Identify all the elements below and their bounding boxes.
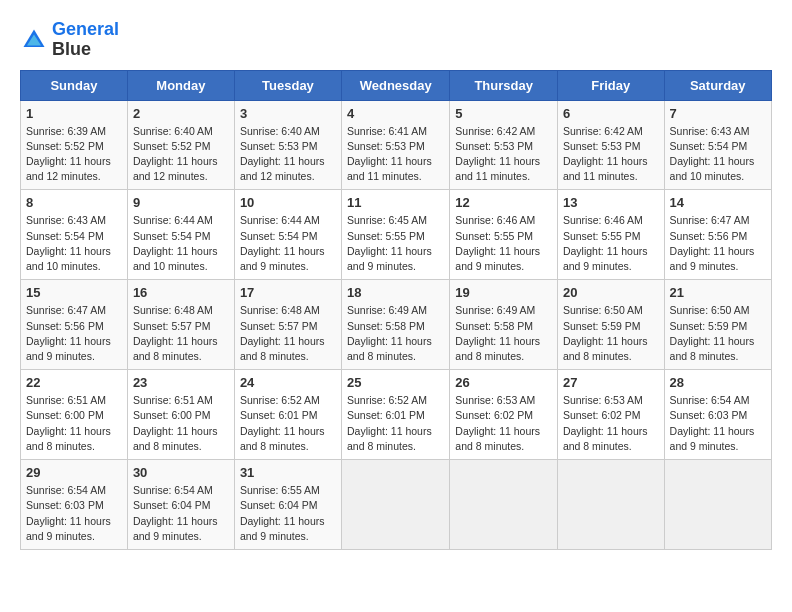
- day-header-friday: Friday: [557, 70, 664, 100]
- day-detail-text: Sunrise: 6:50 AM Sunset: 5:59 PM Dayligh…: [563, 303, 659, 364]
- day-number: 10: [240, 195, 336, 210]
- day-detail-text: Sunrise: 6:53 AM Sunset: 6:02 PM Dayligh…: [563, 393, 659, 454]
- day-number: 29: [26, 465, 122, 480]
- calendar-week-row: 8Sunrise: 6:43 AM Sunset: 5:54 PM Daylig…: [21, 190, 772, 280]
- day-detail-text: Sunrise: 6:53 AM Sunset: 6:02 PM Dayligh…: [455, 393, 552, 454]
- day-number: 25: [347, 375, 444, 390]
- day-header-tuesday: Tuesday: [234, 70, 341, 100]
- calendar-cell: 11Sunrise: 6:45 AM Sunset: 5:55 PM Dayli…: [342, 190, 450, 280]
- day-detail-text: Sunrise: 6:54 AM Sunset: 6:03 PM Dayligh…: [670, 393, 766, 454]
- day-number: 1: [26, 106, 122, 121]
- day-number: 11: [347, 195, 444, 210]
- calendar-cell: 7Sunrise: 6:43 AM Sunset: 5:54 PM Daylig…: [664, 100, 771, 190]
- calendar-cell: 9Sunrise: 6:44 AM Sunset: 5:54 PM Daylig…: [127, 190, 234, 280]
- calendar-cell: 15Sunrise: 6:47 AM Sunset: 5:56 PM Dayli…: [21, 280, 128, 370]
- calendar-cell: 29Sunrise: 6:54 AM Sunset: 6:03 PM Dayli…: [21, 460, 128, 550]
- calendar-cell: 20Sunrise: 6:50 AM Sunset: 5:59 PM Dayli…: [557, 280, 664, 370]
- day-number: 5: [455, 106, 552, 121]
- day-detail-text: Sunrise: 6:52 AM Sunset: 6:01 PM Dayligh…: [347, 393, 444, 454]
- day-detail-text: Sunrise: 6:42 AM Sunset: 5:53 PM Dayligh…: [563, 124, 659, 185]
- day-number: 13: [563, 195, 659, 210]
- calendar-week-row: 22Sunrise: 6:51 AM Sunset: 6:00 PM Dayli…: [21, 370, 772, 460]
- calendar-cell: [450, 460, 558, 550]
- day-number: 16: [133, 285, 229, 300]
- day-number: 4: [347, 106, 444, 121]
- day-number: 3: [240, 106, 336, 121]
- day-detail-text: Sunrise: 6:47 AM Sunset: 5:56 PM Dayligh…: [670, 213, 766, 274]
- day-detail-text: Sunrise: 6:50 AM Sunset: 5:59 PM Dayligh…: [670, 303, 766, 364]
- day-header-wednesday: Wednesday: [342, 70, 450, 100]
- day-detail-text: Sunrise: 6:54 AM Sunset: 6:03 PM Dayligh…: [26, 483, 122, 544]
- logo-icon: [20, 26, 48, 54]
- logo-text: General Blue: [52, 20, 119, 60]
- calendar-week-row: 15Sunrise: 6:47 AM Sunset: 5:56 PM Dayli…: [21, 280, 772, 370]
- day-detail-text: Sunrise: 6:49 AM Sunset: 5:58 PM Dayligh…: [347, 303, 444, 364]
- day-detail-text: Sunrise: 6:55 AM Sunset: 6:04 PM Dayligh…: [240, 483, 336, 544]
- day-header-saturday: Saturday: [664, 70, 771, 100]
- calendar-cell: 28Sunrise: 6:54 AM Sunset: 6:03 PM Dayli…: [664, 370, 771, 460]
- day-header-sunday: Sunday: [21, 70, 128, 100]
- calendar-header-row: SundayMondayTuesdayWednesdayThursdayFrid…: [21, 70, 772, 100]
- day-number: 28: [670, 375, 766, 390]
- day-number: 31: [240, 465, 336, 480]
- calendar-cell: 4Sunrise: 6:41 AM Sunset: 5:53 PM Daylig…: [342, 100, 450, 190]
- day-detail-text: Sunrise: 6:51 AM Sunset: 6:00 PM Dayligh…: [26, 393, 122, 454]
- day-number: 30: [133, 465, 229, 480]
- logo: General Blue: [20, 20, 119, 60]
- day-number: 7: [670, 106, 766, 121]
- day-number: 8: [26, 195, 122, 210]
- day-number: 26: [455, 375, 552, 390]
- day-number: 19: [455, 285, 552, 300]
- day-header-monday: Monday: [127, 70, 234, 100]
- day-detail-text: Sunrise: 6:45 AM Sunset: 5:55 PM Dayligh…: [347, 213, 444, 274]
- calendar-cell: 17Sunrise: 6:48 AM Sunset: 5:57 PM Dayli…: [234, 280, 341, 370]
- day-detail-text: Sunrise: 6:39 AM Sunset: 5:52 PM Dayligh…: [26, 124, 122, 185]
- calendar-cell: 19Sunrise: 6:49 AM Sunset: 5:58 PM Dayli…: [450, 280, 558, 370]
- calendar-cell: 23Sunrise: 6:51 AM Sunset: 6:00 PM Dayli…: [127, 370, 234, 460]
- calendar-cell: 24Sunrise: 6:52 AM Sunset: 6:01 PM Dayli…: [234, 370, 341, 460]
- day-detail-text: Sunrise: 6:42 AM Sunset: 5:53 PM Dayligh…: [455, 124, 552, 185]
- day-number: 15: [26, 285, 122, 300]
- day-number: 22: [26, 375, 122, 390]
- page-header: General Blue: [20, 20, 772, 60]
- day-number: 21: [670, 285, 766, 300]
- calendar-week-row: 1Sunrise: 6:39 AM Sunset: 5:52 PM Daylig…: [21, 100, 772, 190]
- calendar-cell: 3Sunrise: 6:40 AM Sunset: 5:53 PM Daylig…: [234, 100, 341, 190]
- day-detail-text: Sunrise: 6:43 AM Sunset: 5:54 PM Dayligh…: [670, 124, 766, 185]
- day-number: 24: [240, 375, 336, 390]
- calendar-cell: 30Sunrise: 6:54 AM Sunset: 6:04 PM Dayli…: [127, 460, 234, 550]
- calendar-cell: 8Sunrise: 6:43 AM Sunset: 5:54 PM Daylig…: [21, 190, 128, 280]
- calendar-cell: 22Sunrise: 6:51 AM Sunset: 6:00 PM Dayli…: [21, 370, 128, 460]
- day-number: 17: [240, 285, 336, 300]
- calendar-cell: 16Sunrise: 6:48 AM Sunset: 5:57 PM Dayli…: [127, 280, 234, 370]
- calendar-cell: 10Sunrise: 6:44 AM Sunset: 5:54 PM Dayli…: [234, 190, 341, 280]
- day-number: 20: [563, 285, 659, 300]
- day-number: 9: [133, 195, 229, 210]
- day-detail-text: Sunrise: 6:48 AM Sunset: 5:57 PM Dayligh…: [133, 303, 229, 364]
- calendar-cell: 26Sunrise: 6:53 AM Sunset: 6:02 PM Dayli…: [450, 370, 558, 460]
- day-detail-text: Sunrise: 6:48 AM Sunset: 5:57 PM Dayligh…: [240, 303, 336, 364]
- calendar-cell: 27Sunrise: 6:53 AM Sunset: 6:02 PM Dayli…: [557, 370, 664, 460]
- calendar-cell: [557, 460, 664, 550]
- day-detail-text: Sunrise: 6:49 AM Sunset: 5:58 PM Dayligh…: [455, 303, 552, 364]
- calendar-cell: 6Sunrise: 6:42 AM Sunset: 5:53 PM Daylig…: [557, 100, 664, 190]
- calendar-cell: 31Sunrise: 6:55 AM Sunset: 6:04 PM Dayli…: [234, 460, 341, 550]
- day-number: 18: [347, 285, 444, 300]
- calendar-cell: 21Sunrise: 6:50 AM Sunset: 5:59 PM Dayli…: [664, 280, 771, 370]
- day-detail-text: Sunrise: 6:40 AM Sunset: 5:53 PM Dayligh…: [240, 124, 336, 185]
- day-detail-text: Sunrise: 6:51 AM Sunset: 6:00 PM Dayligh…: [133, 393, 229, 454]
- calendar-cell: 5Sunrise: 6:42 AM Sunset: 5:53 PM Daylig…: [450, 100, 558, 190]
- day-detail-text: Sunrise: 6:54 AM Sunset: 6:04 PM Dayligh…: [133, 483, 229, 544]
- day-header-thursday: Thursday: [450, 70, 558, 100]
- calendar-cell: 13Sunrise: 6:46 AM Sunset: 5:55 PM Dayli…: [557, 190, 664, 280]
- day-detail-text: Sunrise: 6:46 AM Sunset: 5:55 PM Dayligh…: [455, 213, 552, 274]
- day-detail-text: Sunrise: 6:44 AM Sunset: 5:54 PM Dayligh…: [240, 213, 336, 274]
- day-detail-text: Sunrise: 6:43 AM Sunset: 5:54 PM Dayligh…: [26, 213, 122, 274]
- day-number: 6: [563, 106, 659, 121]
- calendar-cell: 1Sunrise: 6:39 AM Sunset: 5:52 PM Daylig…: [21, 100, 128, 190]
- calendar-body: 1Sunrise: 6:39 AM Sunset: 5:52 PM Daylig…: [21, 100, 772, 549]
- day-number: 27: [563, 375, 659, 390]
- calendar-cell: 25Sunrise: 6:52 AM Sunset: 6:01 PM Dayli…: [342, 370, 450, 460]
- day-detail-text: Sunrise: 6:52 AM Sunset: 6:01 PM Dayligh…: [240, 393, 336, 454]
- calendar-cell: [664, 460, 771, 550]
